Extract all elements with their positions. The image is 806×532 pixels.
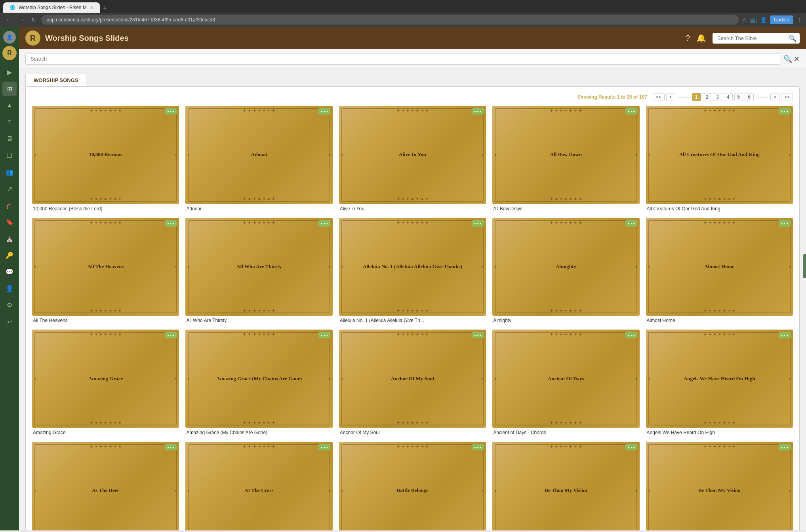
song-menu-btn-11[interactable]: • • •: [165, 332, 177, 338]
sidebar-item-list[interactable]: ≡: [2, 115, 17, 129]
song-ornament-left-11: ✦: [34, 376, 37, 381]
bible-search-input[interactable]: [713, 33, 800, 44]
song-menu-btn-19[interactable]: • • •: [625, 444, 637, 450]
song-menu-btn-3[interactable]: • • •: [472, 108, 484, 114]
help-icon[interactable]: ?: [686, 34, 690, 43]
song-label-9: Almighty: [492, 318, 639, 323]
song-menu-btn-4[interactable]: • • •: [625, 108, 637, 114]
update-button[interactable]: Update: [770, 15, 793, 24]
song-card-1[interactable]: ✦ ❧ ✦ ❧ ✦ ❧ ✦ 10,000 Reasons ✦ ❧ ✦ ❧ ✦ ❧…: [32, 106, 179, 212]
key-icon: 🔑: [6, 252, 13, 259]
song-menu-btn-2[interactable]: • • •: [318, 108, 330, 114]
sidebar-item-export[interactable]: ↩: [2, 315, 17, 329]
content-search-input[interactable]: [25, 53, 780, 65]
song-card-4[interactable]: ✦ ❧ ✦ ❧ ✦ ❧ ✦ All Bow Down ✦ ❧ ✦ ❧ ✦ ❧ ✦…: [492, 106, 639, 212]
song-menu-btn-1[interactable]: • • •: [165, 108, 177, 114]
song-card-13[interactable]: ✦ ❧ ✦ ❧ ✦ ❧ ✦ Anchor Of My Soul ✦ ❧ ✦ ❧ …: [339, 330, 486, 435]
sidebar-item-mountain[interactable]: ▲: [2, 98, 17, 113]
sidebar-item-monitor[interactable]: 🖥: [2, 132, 17, 146]
reload-btn[interactable]: ↻: [29, 16, 38, 24]
sidebar-item-layers[interactable]: ❏: [2, 148, 17, 162]
song-menu-btn-10[interactable]: • • •: [779, 220, 791, 227]
song-ornament-right-20: ✦: [788, 488, 791, 493]
song-ornament-right-10: ✦: [788, 265, 791, 269]
forward-btn[interactable]: →: [17, 16, 26, 24]
page-5-btn[interactable]: 5: [734, 93, 743, 101]
song-card-11[interactable]: ✦ ❧ ✦ ❧ ✦ ❧ ✦ Amazing Grace ✦ ❧ ✦ ❧ ✦ ❧ …: [32, 330, 179, 435]
song-ornament-top-14: ✦ ❧ ✦ ❧ ✦ ❧ ✦: [550, 332, 582, 337]
sidebar-item-chat[interactable]: 💬: [2, 265, 17, 279]
song-menu-btn-15[interactable]: • • •: [779, 332, 791, 338]
song-menu-btn-14[interactable]: • • •: [625, 332, 637, 338]
page-2-btn[interactable]: 2: [703, 93, 712, 101]
song-card-9[interactable]: ✦ ❧ ✦ ❧ ✦ ❧ ✦ Almighty ✦ ❧ ✦ ❧ ✦ ❧ ✦ ✦ ✦…: [492, 218, 639, 324]
song-card-15[interactable]: ✦ ❧ ✦ ❧ ✦ ❧ ✦ Angels We Have Heard On Hi…: [646, 330, 793, 435]
page-next-btn[interactable]: >: [770, 93, 779, 101]
song-card-2[interactable]: ✦ ❧ ✦ ❧ ✦ ❧ ✦ Adonai ✦ ❧ ✦ ❧ ✦ ❧ ✦ ✦ ✦ •…: [185, 106, 332, 212]
page-6-btn[interactable]: 6: [745, 93, 754, 101]
page-prev-btn[interactable]: <: [666, 93, 675, 101]
song-menu-btn-16[interactable]: • • •: [165, 444, 177, 450]
bookmark-toolbar-icon[interactable]: ☆: [742, 17, 747, 23]
sidebar-item-key[interactable]: 🔑: [2, 248, 17, 262]
song-menu-btn-9[interactable]: • • •: [625, 220, 637, 227]
song-menu-btn-12[interactable]: • • •: [318, 332, 330, 338]
menu-icon[interactable]: ⋮: [796, 17, 802, 23]
bible-search-icon[interactable]: 🔍: [789, 34, 796, 42]
sidebar-item-people[interactable]: 👥: [2, 165, 17, 179]
song-label-7: All Who Are Thirsty: [185, 318, 332, 323]
song-menu-btn-20[interactable]: • • •: [779, 444, 791, 450]
song-menu-btn-6[interactable]: • • •: [165, 220, 177, 227]
song-thumbnail-13: ✦ ❧ ✦ ❧ ✦ ❧ ✦ Anchor Of My Soul ✦ ❧ ✦ ❧ …: [339, 330, 486, 428]
cast-icon[interactable]: 📺: [750, 17, 757, 23]
sidebar-item-share[interactable]: ↗: [2, 181, 17, 196]
song-card-10[interactable]: ✦ ❧ ✦ ❧ ✦ ❧ ✦ Almost Home ✦ ❧ ✦ ❧ ✦ ❧ ✦ …: [646, 218, 793, 324]
song-card-8[interactable]: ✦ ❧ ✦ ❧ ✦ ❧ ✦ Alleluia No. 1 (Alleluia A…: [339, 218, 486, 324]
page-4-btn[interactable]: 4: [724, 93, 733, 101]
right-panel-tab[interactable]: [803, 254, 806, 278]
page-3-btn[interactable]: 3: [713, 93, 722, 101]
sidebar-item-church[interactable]: ⛪: [2, 231, 17, 246]
content-search-clear[interactable]: ✕: [794, 55, 800, 63]
back-btn[interactable]: ←: [4, 16, 13, 24]
sidebar-item-dashboard[interactable]: ⊞: [2, 82, 17, 96]
song-menu-btn-18[interactable]: • • •: [472, 444, 484, 450]
song-ornament-left-20: ✦: [648, 488, 651, 493]
song-label-11: Amazing Grace: [32, 430, 179, 435]
sidebar-item-person[interactable]: 👤: [2, 281, 17, 296]
sidebar-item-settings[interactable]: ⚙: [2, 298, 17, 312]
bell-icon[interactable]: 🔔: [696, 33, 706, 43]
song-card-18[interactable]: ✦ ❧ ✦ ❧ ✦ ❧ ✦ Battle Belongs ✦ ❧ ✦ ❧ ✦ ❧…: [339, 442, 486, 530]
content-search-icon[interactable]: 🔍: [783, 55, 792, 63]
active-tab[interactable]: 🌐 Worship Songs Slides - Risen M ✕: [3, 2, 100, 13]
song-card-17[interactable]: ✦ ❧ ✦ ❧ ✦ ❧ ✦ At The Cross ✦ ❧ ✦ ❧ ✦ ❧ ✦…: [185, 442, 332, 530]
sidebar-item-bookmark[interactable]: 🔖: [2, 215, 17, 229]
song-menu-btn-7[interactable]: • • •: [318, 220, 330, 227]
song-menu-btn-17[interactable]: • • •: [318, 444, 330, 450]
profile-icon[interactable]: 👤: [760, 17, 767, 23]
song-ornament-right-6: ✦: [174, 265, 177, 269]
song-card-20[interactable]: ✦ ❧ ✦ ❧ ✦ ❧ ✦ Be Thou My Vision ✦ ❧ ✦ ❧ …: [646, 442, 793, 530]
page-last-btn[interactable]: >>: [781, 93, 793, 101]
new-tab-btn[interactable]: +: [100, 4, 111, 13]
tab-close-btn[interactable]: ✕: [90, 5, 93, 10]
sidebar-item-play[interactable]: ▶: [2, 65, 17, 79]
song-card-12[interactable]: ✦ ❧ ✦ ❧ ✦ ❧ ✦ Amazing Grace (My Chains A…: [185, 330, 332, 435]
avatar-initial: 👤: [6, 34, 13, 40]
song-card-3[interactable]: ✦ ❧ ✦ ❧ ✦ ❧ ✦ Alive In You ✦ ❧ ✦ ❧ ✦ ❧ ✦…: [339, 106, 486, 212]
song-menu-btn-8[interactable]: • • •: [472, 220, 484, 227]
song-menu-btn-5[interactable]: • • •: [779, 108, 791, 114]
song-card-16[interactable]: ✦ ❧ ✦ ❧ ✦ ❧ ✦ As The Deer ✦ ❧ ✦ ❧ ✦ ❧ ✦ …: [32, 442, 179, 530]
song-card-5[interactable]: ✦ ❧ ✦ ❧ ✦ ❧ ✦ All Creatures Of Our God A…: [646, 106, 793, 212]
song-card-7[interactable]: ✦ ❧ ✦ ❧ ✦ ❧ ✦ All Who Are Thirsty ✦ ❧ ✦ …: [185, 218, 332, 324]
song-card-19[interactable]: ✦ ❧ ✦ ❧ ✦ ❧ ✦ Be Thou My Vision ✦ ❧ ✦ ❧ …: [492, 442, 639, 530]
worship-songs-tab[interactable]: WORSHIP SONGS: [25, 74, 86, 86]
avatar[interactable]: 👤: [3, 31, 16, 44]
page-1-btn[interactable]: 1: [692, 93, 701, 101]
address-bar[interactable]: [41, 15, 739, 25]
page-first-btn[interactable]: <<: [653, 93, 665, 101]
song-card-14[interactable]: ✦ ❧ ✦ ❧ ✦ ❧ ✦ Ancient Of Days ✦ ❧ ✦ ❧ ✦ …: [492, 330, 639, 435]
sidebar-item-graduation[interactable]: 🎓: [2, 198, 17, 212]
song-menu-btn-13[interactable]: • • •: [472, 332, 484, 338]
song-card-6[interactable]: ✦ ❧ ✦ ❧ ✦ ❧ ✦ All The Heavens ✦ ❧ ✦ ❧ ✦ …: [32, 218, 179, 324]
